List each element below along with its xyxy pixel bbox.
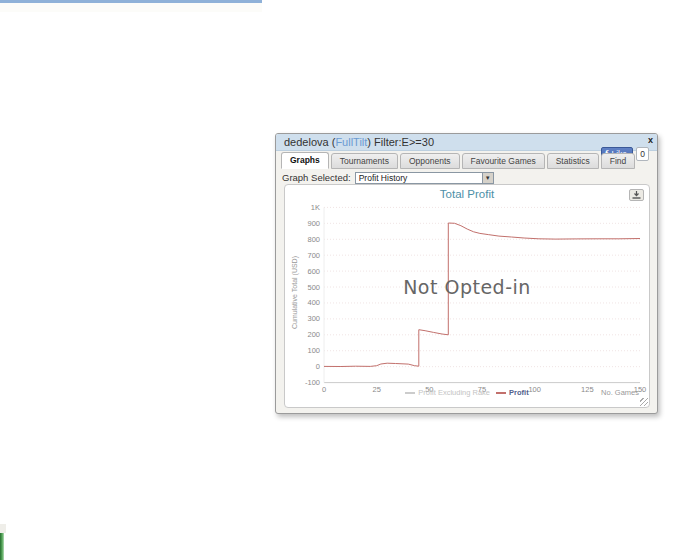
popup-titlebar: dedelova (FullTilt) Filter:E>=30 x [276, 134, 657, 151]
green-strip-cap [0, 524, 6, 533]
popup-title-suffix: ) Filter:E>=30 [367, 136, 434, 148]
graph-select-value: Profit History [359, 173, 408, 183]
svg-text:800: 800 [307, 235, 320, 244]
not-opted-in-watermark: Not Opted-in [285, 276, 649, 298]
chevron-down-icon[interactable]: ▼ [482, 173, 493, 183]
green-edge-fragment [0, 533, 4, 560]
svg-text:700: 700 [307, 251, 320, 260]
tab-tournaments[interactable]: Tournaments [331, 153, 398, 169]
tab-statistics[interactable]: Statistics [547, 153, 599, 169]
graph-select-dropdown[interactable]: Profit History ▼ [355, 172, 494, 184]
graph-selector-row: Graph Selected: Profit History ▼ [282, 171, 494, 184]
page-top-fragment [0, 3, 262, 12]
svg-text:300: 300 [307, 314, 320, 323]
svg-text:900: 900 [307, 219, 320, 228]
like-count-badge: 0 [636, 147, 649, 161]
svg-text:-100: -100 [305, 378, 320, 387]
chart-legend: Profit Excluding Rake Profit [285, 388, 649, 397]
tab-bar: Graphs Tournaments Opponents Favourite G… [281, 152, 637, 169]
close-icon[interactable]: x [648, 135, 653, 145]
tab-find[interactable]: Find [601, 153, 636, 169]
legend-item-profit: Profit [496, 388, 529, 397]
svg-text:600: 600 [307, 267, 320, 276]
svg-text:1K: 1K [311, 203, 320, 212]
legend-label: Profit Excluding Rake [418, 388, 490, 397]
page: dedelova (FullTilt) Filter:E>=30 x f Lik… [0, 0, 700, 560]
graph-selector-label: Graph Selected: [282, 172, 351, 183]
popup-title-prefix: dedelova ( [284, 136, 335, 148]
legend-swatch-red [496, 392, 506, 394]
legend-swatch-gray [405, 392, 415, 394]
svg-text:0: 0 [316, 362, 320, 371]
tab-graphs[interactable]: Graphs [281, 152, 329, 169]
svg-text:100: 100 [307, 346, 320, 355]
legend-item-profit-excluding-rake: Profit Excluding Rake [405, 388, 490, 397]
tab-favourite-games[interactable]: Favourite Games [462, 153, 545, 169]
svg-text:400: 400 [307, 298, 320, 307]
x-axis-title: No. Games [601, 388, 639, 397]
tab-opponents[interactable]: Opponents [400, 153, 460, 169]
sharkscope-popup: dedelova (FullTilt) Filter:E>=30 x f Lik… [275, 133, 658, 414]
legend-label: Profit [509, 388, 529, 397]
svg-text:200: 200 [307, 330, 320, 339]
chart-panel: Total Profit Cumulative Total (USD) -100… [284, 184, 650, 408]
popup-title-site: FullTilt [335, 136, 367, 148]
resize-grip-icon[interactable] [640, 398, 648, 406]
